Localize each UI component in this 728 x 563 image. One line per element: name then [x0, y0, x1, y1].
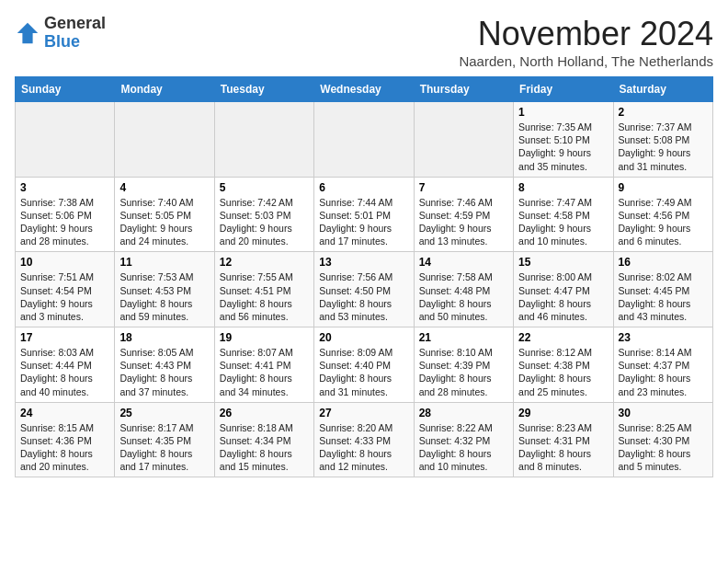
weekday-header-cell: Saturday	[613, 77, 712, 102]
day-number: 5	[220, 181, 309, 194]
day-number: 14	[419, 256, 508, 269]
calendar-day-cell: 28Sunrise: 8:22 AM Sunset: 4:32 PM Dayli…	[414, 402, 513, 477]
calendar-week-row: 10Sunrise: 7:51 AM Sunset: 4:54 PM Dayli…	[16, 252, 713, 327]
day-number: 13	[319, 256, 408, 269]
day-info: Sunrise: 8:03 AM Sunset: 4:44 PM Dayligh…	[20, 346, 109, 398]
day-number: 10	[20, 256, 109, 269]
day-info: Sunrise: 7:47 AM Sunset: 4:58 PM Dayligh…	[518, 196, 608, 248]
day-number: 24	[20, 407, 109, 419]
calendar-day-cell: 25Sunrise: 8:17 AM Sunset: 4:35 PM Dayli…	[115, 402, 214, 477]
day-number: 19	[220, 331, 309, 344]
day-info: Sunrise: 8:20 AM Sunset: 4:33 PM Dayligh…	[319, 421, 408, 474]
day-number: 15	[518, 256, 608, 269]
day-info: Sunrise: 8:07 AM Sunset: 4:41 PM Dayligh…	[220, 346, 309, 398]
logo-text: General Blue	[44, 15, 106, 52]
calendar-day-cell	[115, 102, 214, 178]
weekday-header-row: SundayMondayTuesdayWednesdayThursdayFrid…	[16, 77, 713, 102]
calendar-day-cell: 3Sunrise: 7:38 AM Sunset: 5:06 PM Daylig…	[16, 177, 115, 252]
day-info: Sunrise: 8:25 AM Sunset: 4:30 PM Dayligh…	[619, 421, 708, 474]
day-number: 9	[619, 181, 708, 194]
day-number: 7	[419, 181, 508, 194]
weekday-header-cell: Thursday	[414, 77, 513, 102]
day-info: Sunrise: 7:49 AM Sunset: 4:56 PM Dayligh…	[619, 196, 708, 248]
calendar-day-cell: 5Sunrise: 7:42 AM Sunset: 5:03 PM Daylig…	[214, 177, 313, 252]
day-info: Sunrise: 8:23 AM Sunset: 4:31 PM Dayligh…	[518, 421, 608, 474]
calendar-day-cell: 27Sunrise: 8:20 AM Sunset: 4:33 PM Dayli…	[314, 402, 414, 477]
day-info: Sunrise: 8:22 AM Sunset: 4:32 PM Dayligh…	[419, 421, 508, 474]
svg-marker-0	[17, 23, 38, 43]
day-info: Sunrise: 8:14 AM Sunset: 4:37 PM Dayligh…	[619, 346, 708, 398]
calendar-day-cell: 14Sunrise: 7:58 AM Sunset: 4:48 PM Dayli…	[414, 252, 513, 327]
calendar-day-cell: 24Sunrise: 8:15 AM Sunset: 4:36 PM Dayli…	[16, 402, 115, 477]
calendar-day-cell: 23Sunrise: 8:14 AM Sunset: 4:37 PM Dayli…	[613, 327, 712, 403]
calendar-day-cell: 4Sunrise: 7:40 AM Sunset: 5:05 PM Daylig…	[115, 177, 214, 252]
day-number: 21	[419, 331, 508, 344]
day-number: 8	[518, 181, 608, 194]
day-info: Sunrise: 7:35 AM Sunset: 5:10 PM Dayligh…	[518, 121, 608, 173]
calendar-day-cell: 8Sunrise: 7:47 AM Sunset: 4:58 PM Daylig…	[514, 177, 613, 252]
weekday-header-cell: Friday	[514, 77, 613, 102]
weekday-header-cell: Wednesday	[314, 77, 414, 102]
day-number: 28	[419, 407, 508, 419]
day-info: Sunrise: 8:02 AM Sunset: 4:45 PM Dayligh…	[619, 270, 708, 323]
day-number: 25	[119, 407, 209, 419]
calendar-week-row: 24Sunrise: 8:15 AM Sunset: 4:36 PM Dayli…	[16, 402, 713, 477]
calendar-day-cell: 30Sunrise: 8:25 AM Sunset: 4:30 PM Dayli…	[613, 402, 712, 477]
calendar-day-cell: 13Sunrise: 7:56 AM Sunset: 4:50 PM Dayli…	[314, 252, 414, 327]
day-number: 18	[119, 331, 209, 344]
day-number: 20	[319, 331, 408, 344]
day-number: 6	[319, 181, 408, 194]
calendar-day-cell: 21Sunrise: 8:10 AM Sunset: 4:39 PM Dayli…	[414, 327, 513, 403]
page-header: General Blue November 2024 Naarden, Nort…	[15, 15, 713, 69]
calendar-day-cell	[16, 102, 115, 178]
calendar-day-cell: 26Sunrise: 8:18 AM Sunset: 4:34 PM Dayli…	[214, 402, 313, 477]
day-info: Sunrise: 7:58 AM Sunset: 4:48 PM Dayligh…	[419, 270, 508, 323]
calendar-week-row: 17Sunrise: 8:03 AM Sunset: 4:44 PM Dayli…	[16, 327, 713, 403]
day-info: Sunrise: 7:42 AM Sunset: 5:03 PM Dayligh…	[220, 196, 309, 248]
day-number: 23	[619, 331, 708, 344]
title-area: November 2024 Naarden, North Holland, Th…	[459, 15, 713, 69]
calendar-day-cell: 22Sunrise: 8:12 AM Sunset: 4:38 PM Dayli…	[514, 327, 613, 403]
day-info: Sunrise: 7:44 AM Sunset: 5:01 PM Dayligh…	[319, 196, 408, 248]
day-number: 4	[119, 181, 209, 194]
logo: General Blue	[15, 15, 106, 52]
calendar-day-cell: 6Sunrise: 7:44 AM Sunset: 5:01 PM Daylig…	[314, 177, 414, 252]
day-number: 30	[619, 407, 708, 419]
day-info: Sunrise: 7:37 AM Sunset: 5:08 PM Dayligh…	[619, 121, 708, 173]
logo-icon	[15, 20, 40, 46]
calendar-day-cell: 10Sunrise: 7:51 AM Sunset: 4:54 PM Dayli…	[16, 252, 115, 327]
calendar-body: 1Sunrise: 7:35 AM Sunset: 5:10 PM Daylig…	[16, 102, 713, 477]
day-number: 16	[619, 256, 708, 269]
month-title: November 2024	[459, 15, 713, 53]
calendar-day-cell: 18Sunrise: 8:05 AM Sunset: 4:43 PM Dayli…	[115, 327, 214, 403]
day-info: Sunrise: 8:12 AM Sunset: 4:38 PM Dayligh…	[518, 346, 608, 398]
day-number: 3	[20, 181, 109, 194]
calendar-day-cell	[314, 102, 414, 178]
day-number: 26	[220, 407, 309, 419]
day-info: Sunrise: 8:09 AM Sunset: 4:40 PM Dayligh…	[319, 346, 408, 398]
day-info: Sunrise: 8:18 AM Sunset: 4:34 PM Dayligh…	[220, 421, 309, 474]
calendar-day-cell: 1Sunrise: 7:35 AM Sunset: 5:10 PM Daylig…	[514, 102, 613, 178]
day-info: Sunrise: 7:38 AM Sunset: 5:06 PM Dayligh…	[20, 196, 109, 248]
day-number: 2	[619, 106, 708, 119]
day-info: Sunrise: 7:56 AM Sunset: 4:50 PM Dayligh…	[319, 270, 408, 323]
day-number: 27	[319, 407, 408, 419]
calendar-day-cell: 15Sunrise: 8:00 AM Sunset: 4:47 PM Dayli…	[514, 252, 613, 327]
day-info: Sunrise: 7:55 AM Sunset: 4:51 PM Dayligh…	[220, 270, 309, 323]
day-number: 1	[518, 106, 608, 119]
calendar-day-cell: 7Sunrise: 7:46 AM Sunset: 4:59 PM Daylig…	[414, 177, 513, 252]
calendar-day-cell: 9Sunrise: 7:49 AM Sunset: 4:56 PM Daylig…	[613, 177, 712, 252]
day-info: Sunrise: 8:15 AM Sunset: 4:36 PM Dayligh…	[20, 421, 109, 474]
day-info: Sunrise: 8:17 AM Sunset: 4:35 PM Dayligh…	[119, 421, 209, 474]
day-info: Sunrise: 8:00 AM Sunset: 4:47 PM Dayligh…	[518, 270, 608, 323]
calendar-day-cell	[214, 102, 313, 178]
day-info: Sunrise: 7:51 AM Sunset: 4:54 PM Dayligh…	[20, 270, 109, 323]
location-subtitle: Naarden, North Holland, The Netherlands	[459, 53, 713, 69]
day-number: 29	[518, 407, 608, 419]
weekday-header-cell: Monday	[115, 77, 214, 102]
calendar-week-row: 3Sunrise: 7:38 AM Sunset: 5:06 PM Daylig…	[16, 177, 713, 252]
day-number: 12	[220, 256, 309, 269]
weekday-header-cell: Sunday	[16, 77, 115, 102]
calendar-day-cell	[414, 102, 513, 178]
calendar-table: SundayMondayTuesdayWednesdayThursdayFrid…	[15, 76, 713, 477]
